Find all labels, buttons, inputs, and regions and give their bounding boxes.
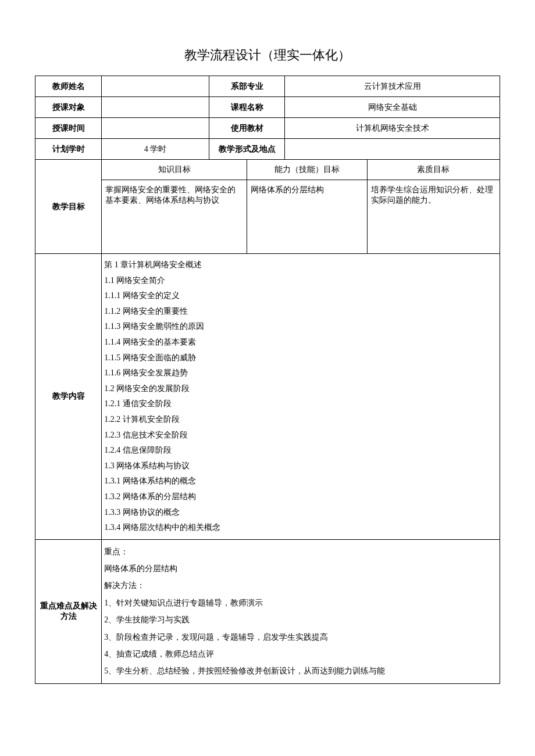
teacher-name-value [102,76,209,97]
quality-goal-content: 培养学生综合运用知识分析、处理实际问题的能力。 [367,180,500,254]
audience-value [102,97,209,118]
planned-hours-value: 4 学时 [102,139,209,160]
teach-form-value [285,139,500,160]
knowledge-goal-content: 掌握网络安全的重要性、网络安全的基本要素、网络体系结构与协议 [102,180,247,254]
quality-goal-header: 素质目标 [367,160,500,180]
teaching-content-label: 教学内容 [35,254,102,540]
teaching-goal-label: 教学目标 [35,160,102,254]
teach-time-value [102,118,209,139]
keypoints-label: 重点难点及解决方法 [35,539,102,683]
teaching-content-text: 第 1 章计算机网络安全概述 1.1 网络安全简介 1.1.1 网络安全的定义 … [102,254,500,540]
teach-form-label: 教学形式及地点 [209,139,284,160]
page-title: 教学流程设计（理实一体化） [35,46,500,64]
audience-label: 授课对象 [35,97,102,118]
knowledge-goal-header: 知识目标 [102,160,247,180]
lesson-plan-table: 教师姓名 系部专业 云计算技术应用 授课对象 课程名称 网络安全基础 授课时间 … [35,76,500,684]
teacher-name-label: 教师姓名 [35,76,102,97]
dept-major-label: 系部专业 [209,76,284,97]
keypoints-text: 重点： 网络体系的分层结构 解决方法： 1、针对关键知识点进行专题辅导，教师演示… [102,539,500,683]
teach-time-label: 授课时间 [35,118,102,139]
textbook-label: 使用教材 [209,118,284,139]
course-name-label: 课程名称 [209,97,284,118]
skill-goal-header: 能力（技能）目标 [247,160,368,180]
skill-goal-content: 网络体系的分层结构 [247,180,368,254]
textbook-value: 计算机网络安全技术 [285,118,500,139]
planned-hours-label: 计划学时 [35,139,102,160]
course-name-value: 网络安全基础 [285,97,500,118]
dept-major-value: 云计算技术应用 [285,76,500,97]
